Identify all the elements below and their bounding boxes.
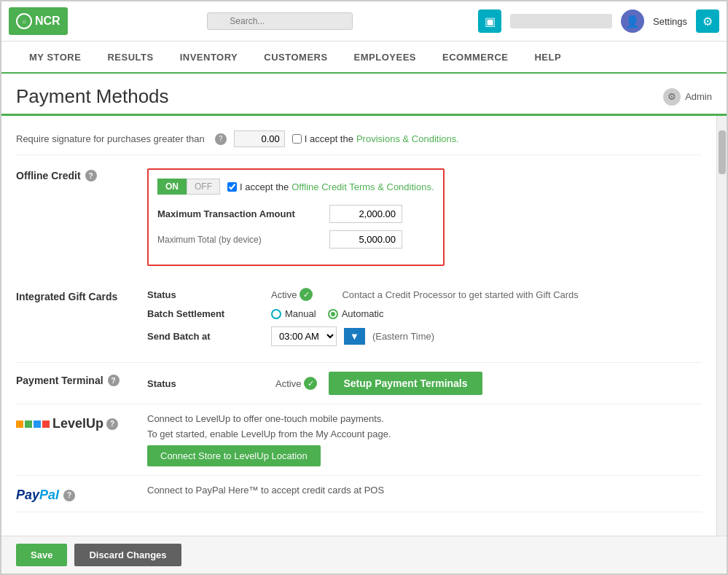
nav-customers[interactable]: CUSTOMERS: [251, 43, 340, 71]
page-header: Payment Methods ⚙ Admin: [1, 74, 727, 116]
scrollbar-track[interactable]: [716, 116, 727, 536]
nav-help[interactable]: HELP: [521, 43, 574, 71]
timezone-label: (Eastern Time): [372, 331, 434, 342]
payment-terminal-label: Payment Terminal: [16, 375, 103, 386]
max-total-row: Maximum Total (by device): [157, 230, 434, 249]
levelup-sq-blue: [34, 421, 41, 428]
scrollbar-thumb[interactable]: [719, 130, 726, 174]
save-button[interactable]: Save: [16, 544, 67, 566]
levelup-sq-orange: [16, 421, 23, 428]
toggle-on-btn[interactable]: ON: [157, 179, 187, 195]
offline-toggle-group: ON OFF: [157, 179, 220, 195]
signature-row: Require signature for purchases greater …: [16, 123, 702, 155]
payment-terminal-check-icon: ✓: [304, 377, 317, 390]
levelup-content: Connect to LevelUp to offer one-touch mo…: [147, 413, 702, 466]
max-transaction-label: Maximum Transaction Amount: [157, 208, 318, 219]
gift-cards-label: Integrated Gift Cards: [16, 288, 147, 302]
content-area: Require signature for purchases greater …: [1, 116, 716, 536]
nav-results[interactable]: RESULTS: [94, 43, 166, 71]
provisions-checkbox[interactable]: [292, 134, 302, 144]
user-icon[interactable]: 👤: [621, 9, 644, 33]
signature-amount-input[interactable]: [234, 130, 285, 147]
payment-terminal-status-label: Status: [147, 378, 264, 389]
search-input[interactable]: [207, 12, 353, 30]
offline-accept-label: I accept the: [240, 181, 289, 192]
time-dropdown-btn[interactable]: ▼: [344, 328, 365, 345]
offline-credit-header: ON OFF I accept the Offline Credit Terms…: [157, 179, 434, 195]
manual-radio-dot: [271, 309, 281, 319]
paypal-help-icon[interactable]: ?: [63, 490, 75, 501]
offline-terms-row: I accept the Offline Credit Terms & Cond…: [227, 181, 434, 192]
batch-radio-group: Manual Automatic: [271, 308, 383, 319]
batch-settlement-row: Batch Settlement Manual Automatic: [147, 308, 702, 319]
admin-label: Admin: [685, 91, 712, 102]
levelup-connect-btn[interactable]: Connect Store to LevelUp Location: [147, 445, 321, 466]
toggle-off-btn[interactable]: OFF: [187, 179, 220, 195]
store-name-bar: [510, 14, 612, 28]
paypal-logo: PayPal: [16, 488, 59, 503]
settings-icon[interactable]: ⚙: [696, 9, 719, 33]
discard-changes-button[interactable]: Discard Changes: [74, 544, 181, 566]
levelup-desc1: Connect to LevelUp to offer one-touch mo…: [147, 413, 702, 424]
payment-terminal-section: Payment Terminal ? Status Active ✓ Setup…: [16, 363, 702, 404]
payment-terminal-label-area: Payment Terminal ?: [16, 372, 147, 386]
gift-cards-status-label: Status: [147, 289, 264, 300]
top-bar-center: [82, 12, 478, 30]
send-batch-time-select[interactable]: 03:00 AM: [271, 326, 337, 346]
offline-credit-box: ON OFF I accept the Offline Credit Terms…: [147, 168, 445, 266]
payment-terminal-status-value: Active ✓: [275, 377, 317, 390]
store-icon[interactable]: ▣: [478, 9, 501, 33]
payment-terminal-help-icon[interactable]: ?: [108, 375, 120, 386]
levelup-desc2: To get started, enable LevelUp from the …: [147, 429, 702, 439]
max-transaction-input[interactable]: [329, 205, 402, 223]
gift-cards-content: Status Active ✓ Contact a Credit Process…: [147, 288, 702, 353]
ncr-text: NCR: [35, 15, 60, 28]
offline-credit-label-area: Offline Credit ?: [16, 163, 147, 181]
nav-ecommerce[interactable]: ECOMMERCE: [429, 43, 521, 71]
gift-cards-status-row: Status Active ✓ Contact a Credit Process…: [147, 288, 702, 301]
levelup-sq-green: [25, 421, 32, 428]
provisions-checkbox-row: I accept the Provisions & Conditions.: [292, 133, 459, 144]
max-transaction-row: Maximum Transaction Amount: [157, 205, 434, 223]
nav-my-store[interactable]: MY STORE: [16, 43, 94, 71]
gift-cards-check-icon: ✓: [300, 288, 313, 301]
nav-inventory[interactable]: INVENTORY: [167, 43, 251, 71]
paypal-label-area: PayPal ?: [16, 485, 147, 503]
ncr-circle: ○: [16, 13, 32, 29]
page-title: Payment Methods: [16, 85, 169, 108]
gift-cards-section: Integrated Gift Cards Status Active ✓ Co…: [16, 279, 702, 363]
nav-employees[interactable]: EMPLOYEES: [341, 43, 429, 71]
levelup-section: LevelUp ? Connect to LevelUp to offer on…: [16, 404, 702, 476]
offline-terms-checkbox[interactable]: [227, 182, 237, 192]
batch-settlement-label: Batch Settlement: [147, 308, 264, 319]
main-content: Require signature for purchases greater …: [1, 116, 727, 536]
footer-bar: Save Discard Changes: [1, 536, 727, 574]
levelup-help-icon[interactable]: ?: [106, 418, 118, 430]
signature-help-icon[interactable]: ?: [215, 133, 227, 145]
automatic-radio-dot: [328, 309, 338, 319]
ncr-logo[interactable]: ○ NCR: [9, 7, 68, 35]
top-bar: ○ NCR ▣ 👤 Settings ⚙: [1, 1, 727, 42]
payment-terminal-content: Status Active ✓ Setup Payment Terminals: [147, 372, 702, 395]
offline-credit-help-icon[interactable]: ?: [85, 170, 97, 181]
payment-terminal-inner: Status Active ✓ Setup Payment Terminals: [147, 372, 702, 395]
max-total-input[interactable]: [329, 230, 402, 249]
paypal-section: PayPal ? Connect to PayPal Here™ to acce…: [16, 476, 702, 512]
offline-credit-section-row: Offline Credit ? ON OFF I accept the: [16, 163, 702, 272]
manual-radio[interactable]: Manual: [271, 308, 316, 319]
automatic-label: Automatic: [342, 308, 384, 319]
offline-credit-label: Offline Credit: [16, 170, 81, 181]
levelup-icon: LevelUp: [16, 416, 103, 431]
provisions-link[interactable]: Provisions & Conditions.: [356, 133, 459, 144]
automatic-radio[interactable]: Automatic: [328, 308, 384, 319]
send-batch-row: Send Batch at 03:00 AM ▼ (Eastern Time): [147, 326, 702, 346]
provisions-prefix: I accept the: [305, 133, 353, 144]
offline-terms-link[interactable]: Offline Credit Terms & Conditions.: [291, 181, 434, 192]
gift-cards-status-value: Active ✓: [271, 288, 313, 301]
setup-payment-terminals-btn[interactable]: Setup Payment Terminals: [329, 372, 482, 395]
top-bar-icons: ▣ 👤 Settings ⚙: [478, 9, 719, 33]
manual-label: Manual: [285, 308, 316, 319]
gift-cards-contact-text: Contact a Credit Processor to get starte…: [342, 289, 578, 300]
paypal-content: Connect to PayPal Here™ to accept credit…: [147, 485, 702, 496]
send-batch-label: Send Batch at: [147, 331, 264, 342]
